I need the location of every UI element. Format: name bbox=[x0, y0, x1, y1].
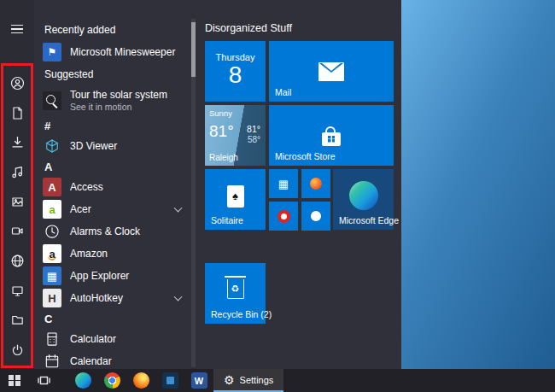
videos-button[interactable] bbox=[0, 218, 34, 243]
tile-label: Mail bbox=[275, 87, 291, 97]
calculator-icon bbox=[43, 330, 61, 348]
recycle-bin-icon: ♻ bbox=[227, 279, 244, 299]
task-view-icon bbox=[37, 373, 51, 388]
taskbar-settings-button[interactable]: ⚙ Settings bbox=[213, 369, 283, 392]
autohotkey-icon: H bbox=[43, 289, 61, 307]
taskbar-firefox-button[interactable] bbox=[126, 369, 155, 392]
minesweeper-icon: ⚑ bbox=[43, 43, 61, 61]
downloads-button[interactable] bbox=[0, 129, 34, 155]
globe-icon bbox=[10, 254, 25, 268]
network-button[interactable] bbox=[0, 248, 34, 273]
clock-icon bbox=[43, 222, 61, 241]
menu-button[interactable] bbox=[0, 16, 34, 42]
weather-condition: Sunny bbox=[209, 108, 232, 118]
playing-card-icon: ♠ bbox=[227, 185, 244, 208]
tile-mail[interactable]: Mail bbox=[269, 41, 394, 102]
section-header-suggested: Suggested bbox=[34, 63, 191, 85]
app-label: Microsoft Minesweeper bbox=[70, 46, 175, 58]
firefox-icon bbox=[133, 372, 149, 389]
app-item-amazon[interactable]: a Amazon bbox=[34, 243, 191, 265]
tile-label: Microsoft Store bbox=[275, 151, 336, 161]
weather-low: 58° bbox=[248, 135, 260, 144]
screen: Recently added ⚑ Microsoft Minesweeper S… bbox=[0, 0, 555, 392]
app-label: Acer bbox=[70, 203, 91, 215]
pictures-button[interactable] bbox=[0, 189, 34, 214]
start-button[interactable] bbox=[0, 369, 29, 392]
hamburger-icon bbox=[11, 25, 23, 34]
suggested-subtitle: See it in motion bbox=[70, 102, 167, 113]
app-label: Access bbox=[70, 181, 103, 193]
app-label: Amazon bbox=[70, 248, 108, 260]
tile-weather[interactable]: Sunny 81° 81° 58° Raleigh bbox=[205, 105, 266, 166]
app-label: Calculator bbox=[70, 333, 116, 345]
app-item-calculator[interactable]: Calculator bbox=[34, 328, 191, 350]
user-icon bbox=[10, 76, 25, 91]
app-item-acer[interactable]: a Acer bbox=[34, 198, 191, 220]
app-item-calendar[interactable]: Calendar bbox=[34, 350, 191, 369]
tile-label: Recycle Bin (2) bbox=[211, 309, 272, 319]
taskbar: W ⚙ Settings bbox=[0, 369, 555, 392]
weather-temp: 81° bbox=[209, 122, 234, 141]
app-item-autohotkey[interactable]: H AutoHotkey bbox=[34, 287, 191, 309]
envelope-icon bbox=[318, 62, 344, 81]
monitor-icon bbox=[10, 284, 25, 298]
chevron-down-icon[interactable] bbox=[174, 204, 183, 213]
app-item-alarms-clock[interactable]: Alarms & Clock bbox=[34, 220, 191, 243]
tile-calendar[interactable]: Thursday 8 bbox=[205, 41, 266, 102]
app-item-3d-viewer[interactable]: 3D Viewer bbox=[34, 135, 191, 157]
documents-button[interactable] bbox=[0, 100, 34, 126]
small-tile-1[interactable]: ▦ bbox=[269, 169, 298, 198]
small-tile-2[interactable] bbox=[301, 169, 330, 198]
music-button[interactable] bbox=[0, 159, 34, 184]
power-button[interactable] bbox=[0, 336, 34, 362]
weather-high: 81° bbox=[247, 124, 260, 134]
section-header-a[interactable]: A bbox=[34, 157, 191, 176]
taskbar-pinned-app-button[interactable] bbox=[155, 369, 184, 392]
tile-recycle-bin[interactable]: ♻ Recycle Bin (2) bbox=[205, 263, 266, 324]
edge-icon bbox=[75, 372, 91, 389]
app-item-app-explorer[interactable]: ▦ App Explorer bbox=[34, 265, 191, 287]
shopping-bag-icon bbox=[322, 132, 341, 146]
gear-icon: ⚙ bbox=[224, 374, 235, 386]
picture-icon bbox=[10, 195, 25, 209]
start-rail bbox=[0, 0, 34, 369]
section-header-hash[interactable]: # bbox=[34, 116, 191, 135]
devices-button[interactable] bbox=[0, 278, 34, 303]
tile-group-title[interactable]: Disorganized Stuff bbox=[205, 22, 292, 34]
app-grid-icon: ▦ bbox=[43, 266, 61, 285]
chevron-down-icon[interactable] bbox=[174, 293, 183, 301]
magnifier-icon bbox=[43, 91, 61, 110]
app-label: AutoHotkey bbox=[70, 292, 123, 304]
user-button[interactable] bbox=[0, 70, 34, 96]
acer-icon: a bbox=[43, 200, 61, 219]
taskbar-edge-button[interactable] bbox=[68, 369, 97, 392]
tile-solitaire[interactable]: ♠ Solitaire bbox=[205, 169, 266, 230]
tile-label: Solitaire bbox=[211, 215, 243, 225]
music-note-icon bbox=[10, 165, 25, 179]
small-tile-3[interactable] bbox=[269, 202, 298, 231]
file-explorer-button[interactable] bbox=[0, 307, 34, 332]
tile-microsoft-store[interactable]: Microsoft Store bbox=[269, 105, 394, 166]
app-item-minesweeper[interactable]: ⚑ Microsoft Minesweeper bbox=[34, 41, 191, 63]
taskbar-word-button[interactable]: W bbox=[184, 369, 213, 392]
section-header-recently-added: Recently added bbox=[34, 19, 191, 41]
small-tile-4[interactable] bbox=[301, 202, 330, 231]
orange-dot-icon bbox=[310, 178, 322, 190]
app-item-suggested[interactable]: Tour the solar system See it in motion bbox=[34, 85, 191, 116]
section-header-c[interactable]: C bbox=[34, 309, 191, 328]
suggested-title: Tour the solar system bbox=[70, 89, 167, 102]
app-item-access[interactable]: A Access bbox=[34, 176, 191, 198]
app-list: Recently added ⚑ Microsoft Minesweeper S… bbox=[34, 0, 191, 369]
task-view-button[interactable] bbox=[29, 369, 58, 392]
pinned-app-icon bbox=[162, 372, 178, 389]
document-icon bbox=[10, 106, 25, 120]
video-camera-icon bbox=[10, 224, 25, 238]
taskbar-chrome-button[interactable] bbox=[97, 369, 126, 392]
taskbar-spacer bbox=[58, 369, 68, 392]
tile-microsoft-edge[interactable]: Microsoft Edge bbox=[333, 169, 394, 230]
folder-icon bbox=[10, 313, 25, 327]
app-label: Calendar bbox=[70, 355, 112, 367]
white-dot-icon bbox=[311, 211, 321, 221]
start-menu: Recently added ⚑ Microsoft Minesweeper S… bbox=[0, 0, 401, 369]
weather-city: Raleigh bbox=[209, 153, 238, 162]
